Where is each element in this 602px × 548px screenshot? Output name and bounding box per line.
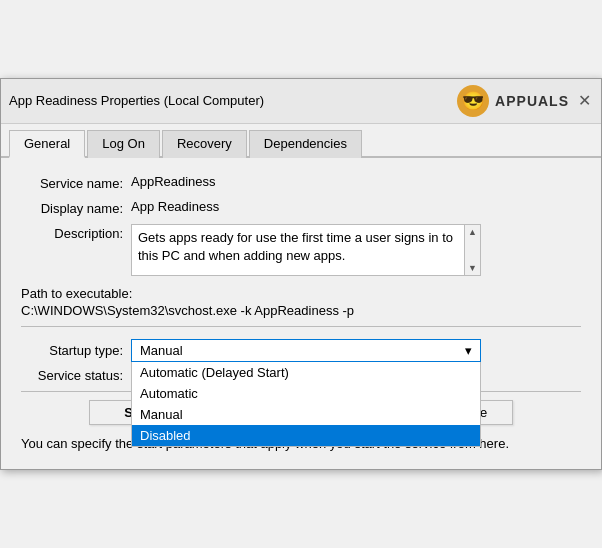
logo-icon: 😎 (457, 85, 489, 117)
tab-logon[interactable]: Log On (87, 130, 160, 158)
display-name-value: App Readiness (131, 199, 219, 214)
tab-general[interactable]: General (9, 130, 85, 158)
display-name-label: Display name: (21, 199, 131, 216)
branding: 😎 APPUALS ✕ (457, 85, 593, 117)
close-button[interactable]: ✕ (575, 92, 593, 110)
startup-row: Startup type: Manual ▾ Automatic (Delaye… (21, 339, 581, 362)
divider-1 (21, 326, 581, 327)
dropdown-item-manual[interactable]: Manual (132, 404, 480, 425)
dropdown-item-auto[interactable]: Automatic (132, 383, 480, 404)
startup-selected-value: Manual (140, 343, 183, 358)
description-text: Gets apps ready for use the first time a… (138, 229, 474, 265)
path-section: Path to executable: C:\WINDOWS\System32\… (21, 286, 581, 318)
dropdown-list: Automatic (Delayed Start) Automatic Manu… (131, 362, 481, 447)
scroll-up-arrow[interactable]: ▲ (465, 225, 480, 239)
description-box[interactable]: Gets apps ready for use the first time a… (131, 224, 481, 276)
app-window: App Readiness Properties (Local Computer… (0, 78, 602, 470)
dropdown-chevron: ▾ (465, 343, 472, 358)
path-value: C:\WINDOWS\System32\svchost.exe -k AppRe… (21, 303, 581, 318)
startup-dropdown[interactable]: Manual ▾ (131, 339, 481, 362)
service-name-row: Service name: AppReadiness (21, 174, 581, 191)
window-title: App Readiness Properties (Local Computer… (9, 93, 264, 108)
dropdown-item-disabled[interactable]: Disabled (132, 425, 480, 446)
tab-recovery[interactable]: Recovery (162, 130, 247, 158)
display-name-row: Display name: App Readiness (21, 199, 581, 216)
description-row: Description: Gets apps ready for use the… (21, 224, 581, 276)
status-label: Service status: (21, 368, 131, 383)
description-scrollbar[interactable]: ▲ ▼ (464, 225, 480, 275)
scroll-down-arrow[interactable]: ▼ (465, 261, 480, 275)
tab-dependencies[interactable]: Dependencies (249, 130, 362, 158)
dropdown-item-auto-delayed[interactable]: Automatic (Delayed Start) (132, 362, 480, 383)
tab-content: Service name: AppReadiness Display name:… (1, 158, 601, 469)
tab-bar: General Log On Recovery Dependencies (1, 124, 601, 158)
title-bar: App Readiness Properties (Local Computer… (1, 79, 601, 124)
description-label: Description: (21, 224, 131, 241)
path-label: Path to executable: (21, 286, 581, 301)
startup-label: Startup type: (21, 343, 131, 358)
startup-dropdown-container: Manual ▾ Automatic (Delayed Start) Autom… (131, 339, 481, 362)
service-name-label: Service name: (21, 174, 131, 191)
service-name-value: AppReadiness (131, 174, 216, 189)
app-name-text: APPUALS (495, 93, 569, 109)
